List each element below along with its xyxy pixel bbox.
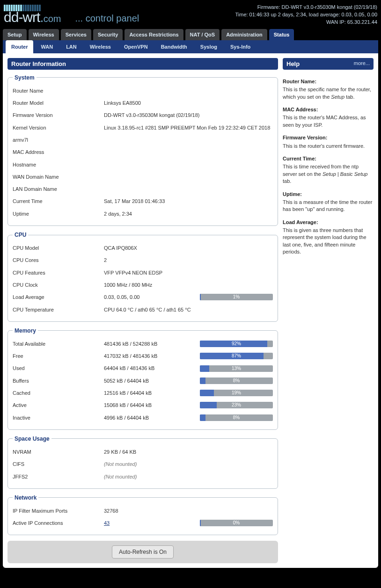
network-link-activeip[interactable]: 43 (104, 520, 110, 526)
space-label-nvram: NVRAM (13, 449, 104, 455)
system-label-lanDomain: LAN Domain Name (13, 186, 104, 192)
logo-com: com (44, 14, 61, 24)
help-heading-5: Load Average: (283, 219, 374, 226)
system-row-mac: MAC Address (13, 146, 273, 158)
space-legend: Space Usage (13, 436, 51, 442)
tab-access-restrictions[interactable]: Access Restrictions (125, 29, 183, 40)
header: dd-wrt.com ... control panel Firmware: D… (3, 3, 378, 29)
firmware-line: Firmware: DD-WRT v3.0-r35030M kongat (02… (235, 4, 377, 11)
system-label-mac: MAC Address (13, 149, 104, 155)
system-label-routerModel: Router Model (13, 100, 104, 106)
help-more-link[interactable]: more... (354, 60, 370, 66)
system-value-uptime: 2 days, 2:34 (104, 211, 273, 217)
system-row-curTime: Current TimeSat, 17 Mar 2018 01:46:33 (13, 195, 273, 207)
system-label-routerName: Router Name (13, 87, 104, 94)
memory-bar-inactive: 8% (200, 414, 273, 421)
system-value-fwVersion: DD-WRT v3.0-r35030M kongat (02/19/18) (104, 112, 273, 118)
tab-security[interactable]: Security (93, 29, 123, 40)
footer-bar: Auto-Refresh is On (7, 541, 278, 563)
space-fieldset: Space Usage NVRAM29 KB / 64 KBCIFS(Not m… (7, 436, 278, 489)
help-heading-2: Firmware Version: (283, 134, 374, 141)
network-row-activeip: Active IP Connections430% (13, 517, 273, 529)
network-value-activeip[interactable]: 43 (104, 520, 200, 526)
memory-row-free: Free417032 kB / 481436 kB87% (13, 350, 273, 362)
subtab-sys-info[interactable]: Sys-Info (225, 40, 256, 53)
subtab-wan[interactable]: WAN (35, 40, 59, 53)
memory-label-buffers: Buffers (13, 377, 104, 384)
network-label-activeip: Active IP Connections (13, 520, 104, 526)
help-column: Help more... Router Name:This is the spe… (283, 58, 374, 564)
space-row-jffs2: JFFS2(Not mounted) (13, 471, 273, 483)
wanip-line: WAN IP: 65.30.221.44 (235, 19, 377, 26)
system-value-curTime: Sat, 17 Mar 2018 01:46:33 (104, 198, 273, 204)
cpu-value-features: VFP VFPv4 NEON EDSP (104, 269, 200, 276)
subtab-bandwidth[interactable]: Bandwidth (155, 40, 193, 53)
secondary-tabs: RouterWANLANWirelessOpenVPNBandwidthSysl… (3, 40, 378, 53)
space-row-nvram: NVRAM29 KB / 64 KB (13, 446, 273, 458)
system-row-routerModel: Router ModelLinksys EA8500 (13, 97, 273, 109)
tab-wireless[interactable]: Wireless (29, 29, 59, 40)
tab-status[interactable]: Status (269, 29, 294, 40)
memory-value-used: 64404 kB / 481436 kB (104, 365, 200, 371)
system-label-hostname: Hostname (13, 161, 104, 168)
logo-wrt: -wrt (18, 9, 40, 25)
tab-services[interactable]: Services (61, 29, 91, 40)
auto-refresh-button[interactable]: Auto-Refresh is On (112, 545, 174, 559)
space-value-jffs2: (Not mounted) (104, 473, 200, 480)
memory-label-free: Free (13, 353, 104, 359)
cpu-fieldset: CPU CPU ModelQCA IPQ806XCPU Cores2CPU Fe… (7, 232, 278, 322)
cpu-row-load: Load Average0.03, 0.05, 0.001% (13, 291, 273, 303)
memory-value-buffers: 5052 kB / 64404 kB (104, 377, 200, 384)
system-row-uptime: Uptime2 days, 2:34 (13, 208, 273, 220)
system-value-routerModel: Linksys EA8500 (104, 100, 273, 106)
space-label-jffs2: JFFS2 (13, 473, 104, 480)
memory-bar-active: 23% (200, 402, 273, 408)
cpu-legend: CPU (13, 232, 28, 238)
system-label-fwVersion: Firmware Version (13, 112, 104, 118)
tab-nat-qos[interactable]: NAT / QoS (185, 29, 220, 40)
memory-bar-total: 92% (200, 341, 273, 347)
help-text-4: This is a measure of the time the router… (283, 199, 374, 213)
subtab-syslog[interactable]: Syslog (195, 40, 223, 53)
help-title: Help (286, 60, 300, 67)
cpu-row-temp: CPU TemperatureCPU 64.0 °C / ath0 65 °C … (13, 304, 273, 316)
network-legend: Network (13, 494, 38, 501)
help-text-0: This is the specific name for the router… (283, 86, 374, 101)
memory-bar-free: 87% (200, 353, 273, 359)
system-legend: System (13, 74, 37, 81)
cpu-value-model: QCA IPQ806X (104, 245, 200, 251)
system-label-kernel: Kernel Version (13, 124, 104, 131)
cpu-label-load: Load Average (13, 294, 104, 300)
memory-value-inactive: 4996 kB / 64404 kB (104, 414, 200, 421)
subtab-wireless[interactable]: Wireless (84, 40, 117, 53)
memory-value-active: 15068 kB / 64404 kB (104, 402, 200, 408)
subtab-lan[interactable]: LAN (60, 40, 82, 53)
help-title-bar: Help more... (283, 58, 374, 70)
network-bar-activeip: 0% (200, 520, 273, 526)
cpu-value-cores: 2 (104, 257, 200, 263)
help-body: Router Name:This is the specific name fo… (283, 70, 374, 256)
memory-row-total: Total Available481436 kB / 524288 kB92% (13, 338, 273, 350)
memory-bar-used: 13% (200, 365, 273, 372)
help-text-5: This is given as three numbers that repr… (283, 227, 374, 256)
cpu-row-model: CPU ModelQCA IPQ806X (13, 242, 273, 254)
time-line: Time: 01:46:33 up 2 days, 2:34, load ave… (235, 11, 377, 19)
memory-label-active: Active (13, 402, 104, 408)
subtab-openvpn[interactable]: OpenVPN (118, 40, 154, 53)
tab-setup[interactable]: Setup (3, 29, 27, 40)
tab-administration[interactable]: Administration (221, 29, 267, 40)
help-heading-4: Uptime: (283, 191, 374, 198)
memory-value-free: 417032 kB / 481436 kB (104, 353, 200, 359)
memory-label-total: Total Available (13, 341, 104, 347)
system-row-routerName: Router Name (13, 85, 273, 97)
cpu-value-load: 0.03, 0.05, 0.00 (104, 294, 200, 300)
system-label-kernel-arch: armv7l (13, 137, 28, 143)
system-row-lanDomain: LAN Domain Name (13, 183, 273, 195)
memory-value-cached: 12516 kB / 64404 kB (104, 390, 200, 396)
subtab-router[interactable]: Router (6, 40, 33, 53)
system-row-hostname: Hostname (13, 159, 273, 171)
space-label-cifs: CIFS (13, 461, 104, 467)
cpu-label-temp: CPU Temperature (13, 306, 104, 313)
cpu-row-cores: CPU Cores2 (13, 254, 273, 266)
panel: Router Information System Router NameRou… (3, 53, 378, 568)
